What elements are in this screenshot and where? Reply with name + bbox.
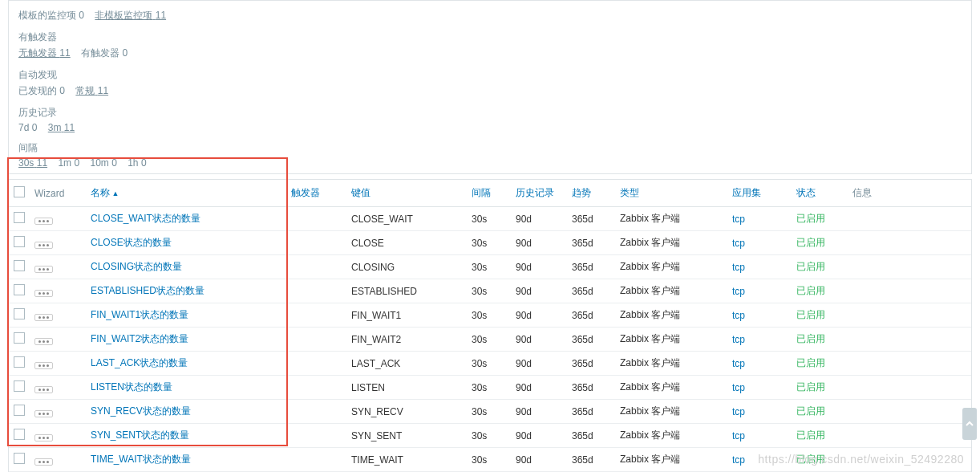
filter-block: 模板的监控项 0 非模板监控项 11 有触发器 无触发器 11 有触发器 0 自… bbox=[8, 0, 972, 174]
status-toggle[interactable]: 已启用 bbox=[796, 285, 825, 296]
interval-30s-link[interactable]: 30s 11 bbox=[18, 157, 47, 169]
cell-type: Zabbix 客户端 bbox=[615, 376, 727, 400]
col-status[interactable]: 状态 bbox=[792, 180, 848, 207]
cell-info bbox=[848, 207, 971, 231]
table-row: LAST_ACK状态的数量LAST_ACK30s90d365dZabbix 客户… bbox=[9, 352, 971, 376]
col-trend[interactable]: 趋势 bbox=[567, 180, 615, 207]
item-name-link[interactable]: CLOSING状态的数量 bbox=[91, 261, 182, 272]
item-name-link[interactable]: LAST_ACK状态的数量 bbox=[91, 357, 188, 368]
wizard-menu-button[interactable] bbox=[34, 314, 53, 321]
row-checkbox[interactable] bbox=[14, 212, 25, 223]
cell-info bbox=[848, 448, 971, 472]
normal-link[interactable]: 常规 11 bbox=[75, 85, 108, 96]
has-trigger-link[interactable]: 有触发器 0 bbox=[81, 47, 128, 59]
item-name-link[interactable]: TIME_WAIT状态的数量 bbox=[91, 454, 191, 465]
wizard-menu-button[interactable] bbox=[34, 218, 53, 225]
status-toggle[interactable]: 已启用 bbox=[796, 357, 825, 368]
cell-trend: 365d bbox=[567, 328, 615, 352]
row-checkbox[interactable] bbox=[14, 332, 25, 344]
history-7d-link[interactable]: 7d 0 bbox=[18, 122, 37, 133]
row-checkbox[interactable] bbox=[14, 429, 25, 440]
wizard-menu-button[interactable] bbox=[34, 386, 53, 393]
interval-1h-link[interactable]: 1h 0 bbox=[128, 157, 146, 169]
col-history[interactable]: 历史记录 bbox=[511, 180, 567, 207]
cell-info bbox=[848, 424, 971, 448]
interval-1m-link[interactable]: 1m 0 bbox=[58, 157, 79, 169]
history-3m-link[interactable]: 3m 11 bbox=[48, 122, 75, 133]
app-link[interactable]: tcp bbox=[732, 214, 745, 225]
app-link[interactable]: tcp bbox=[732, 406, 745, 417]
cell-trigger bbox=[286, 328, 346, 352]
row-checkbox[interactable] bbox=[14, 356, 25, 368]
app-link[interactable]: tcp bbox=[732, 454, 745, 466]
cell-info bbox=[848, 400, 971, 424]
wizard-menu-button[interactable] bbox=[34, 458, 53, 466]
filter-template: 模板的监控项 0 非模板监控项 11 bbox=[18, 9, 962, 22]
table-row: ESTABLISHED状态的数量ESTABLISHED30s90d365dZab… bbox=[9, 279, 971, 303]
row-checkbox[interactable] bbox=[14, 308, 25, 319]
wizard-menu-button[interactable] bbox=[34, 290, 53, 297]
discovered-link[interactable]: 已发现的 0 bbox=[18, 85, 65, 96]
app-link[interactable]: tcp bbox=[732, 262, 745, 273]
status-toggle[interactable]: 已启用 bbox=[796, 454, 825, 465]
status-toggle[interactable]: 已启用 bbox=[796, 237, 825, 248]
wizard-menu-button[interactable] bbox=[34, 410, 53, 417]
app-link[interactable]: tcp bbox=[732, 430, 745, 441]
item-name-link[interactable]: ESTABLISHED状态的数量 bbox=[91, 285, 205, 296]
app-link[interactable]: tcp bbox=[732, 334, 745, 345]
row-checkbox[interactable] bbox=[14, 380, 25, 392]
select-all-checkbox[interactable] bbox=[14, 186, 25, 197]
cell-history: 90d bbox=[511, 279, 567, 303]
interval-10m-link[interactable]: 10m 0 bbox=[90, 157, 116, 169]
status-toggle[interactable]: 已启用 bbox=[796, 213, 825, 224]
cell-interval: 30s bbox=[467, 303, 511, 328]
row-checkbox[interactable] bbox=[14, 260, 25, 271]
row-checkbox[interactable] bbox=[14, 284, 25, 295]
status-toggle[interactable]: 已启用 bbox=[796, 381, 825, 393]
item-name-link[interactable]: FIN_WAIT2状态的数量 bbox=[91, 333, 188, 344]
item-name-link[interactable]: FIN_WAIT1状态的数量 bbox=[91, 309, 188, 320]
wizard-menu-button[interactable] bbox=[34, 434, 53, 441]
col-name[interactable]: 名称 bbox=[86, 180, 286, 207]
row-checkbox[interactable] bbox=[14, 453, 25, 464]
app-link[interactable]: tcp bbox=[732, 238, 745, 249]
no-trigger-link[interactable]: 无触发器 11 bbox=[18, 47, 71, 59]
col-wizard: Wizard bbox=[30, 180, 86, 207]
item-name-link[interactable]: CLOSE_WAIT状态的数量 bbox=[91, 213, 200, 224]
status-toggle[interactable]: 已启用 bbox=[796, 261, 825, 272]
col-interval[interactable]: 间隔 bbox=[467, 180, 511, 207]
cell-key: ESTABLISHED bbox=[346, 279, 467, 303]
status-toggle[interactable]: 已启用 bbox=[796, 429, 825, 441]
cell-interval: 30s bbox=[467, 376, 511, 400]
app-link[interactable]: tcp bbox=[732, 382, 745, 393]
cell-info bbox=[848, 303, 971, 328]
item-name-link[interactable]: SYN_RECV状态的数量 bbox=[91, 405, 191, 417]
items-table-wrap: Wizard 名称 触发器 键值 间隔 历史记录 趋势 类型 应用集 状态 信息… bbox=[8, 179, 972, 472]
col-type[interactable]: 类型 bbox=[615, 180, 727, 207]
scroll-top-button[interactable] bbox=[962, 408, 977, 440]
item-name-link[interactable]: LISTEN状态的数量 bbox=[91, 381, 172, 393]
col-key[interactable]: 键值 bbox=[346, 180, 467, 207]
wizard-menu-button[interactable] bbox=[34, 242, 53, 249]
wizard-menu-button[interactable] bbox=[34, 266, 53, 273]
item-name-link[interactable]: CLOSE状态的数量 bbox=[91, 237, 172, 248]
wizard-menu-button[interactable] bbox=[34, 362, 53, 369]
col-info: 信息 bbox=[848, 180, 971, 207]
app-link[interactable]: tcp bbox=[732, 358, 745, 369]
wizard-menu-button[interactable] bbox=[34, 338, 53, 345]
filter-interval-label: 间隔 bbox=[18, 141, 962, 155]
status-toggle[interactable]: 已启用 bbox=[796, 309, 825, 320]
row-checkbox[interactable] bbox=[14, 236, 25, 247]
template-items-link[interactable]: 模板的监控项 0 bbox=[18, 10, 84, 21]
app-link[interactable]: tcp bbox=[732, 286, 745, 297]
cell-history: 90d bbox=[511, 376, 567, 400]
non-template-items-link[interactable]: 非模板监控项 11 bbox=[95, 10, 166, 21]
status-toggle[interactable]: 已启用 bbox=[796, 405, 825, 417]
app-link[interactable]: tcp bbox=[732, 310, 745, 321]
status-toggle[interactable]: 已启用 bbox=[796, 333, 825, 344]
item-name-link[interactable]: SYN_SENT状态的数量 bbox=[91, 429, 189, 441]
cell-trend: 365d bbox=[567, 279, 615, 303]
col-trigger[interactable]: 触发器 bbox=[286, 180, 346, 207]
row-checkbox[interactable] bbox=[14, 405, 25, 416]
cell-key: TIME_WAIT bbox=[346, 448, 467, 472]
